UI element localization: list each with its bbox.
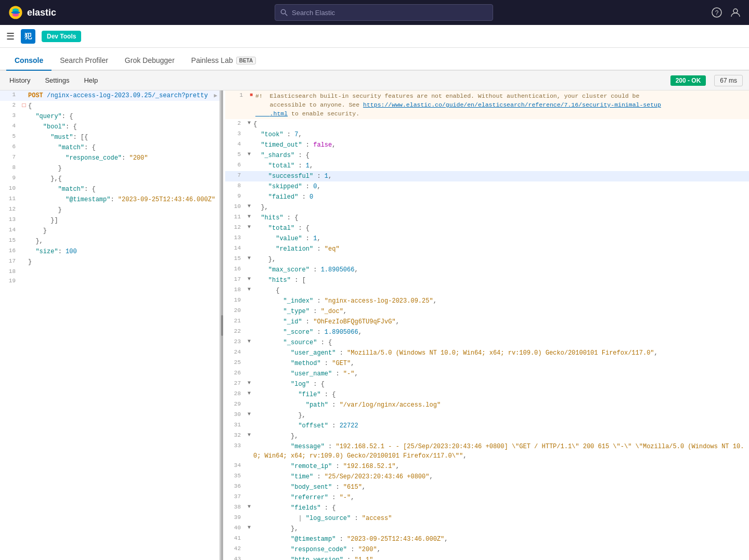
collapse-gutter[interactable]: ▼ (245, 338, 253, 344)
line-content: "took" : 7, (253, 130, 749, 139)
line-content: "@timestamp" : "2023-09-25T12:43:46.000Z… (253, 535, 749, 544)
collapse-gutter (245, 140, 253, 141)
collapse-gutter (20, 112, 28, 112)
line-content: #! Elasticsearch built-in security featu… (255, 92, 749, 118)
line-number: 15 (225, 255, 245, 262)
table-row: 31 "offset" : 22722 (225, 421, 749, 431)
table-row: 10 "match": { (0, 184, 219, 194)
line-number: 39 (225, 514, 245, 520)
collapse-gutter[interactable]: ▼ (245, 151, 253, 157)
collapse-gutter[interactable]: ▼ (245, 120, 253, 126)
line-number: 43 (225, 555, 245, 560)
history-button[interactable]: History (6, 74, 33, 86)
line-number: 24 (225, 348, 245, 355)
line-content: "http_version" : "1.1", (253, 555, 749, 560)
collapse-gutter[interactable]: ▼ (245, 224, 253, 230)
collapse-gutter[interactable]: ▼ (245, 432, 253, 438)
tab-grok-debugger[interactable]: Grok Debugger (117, 51, 183, 71)
table-row: 15 ▼ }, (225, 254, 749, 265)
line-number: 2 (225, 120, 245, 126)
collapse-gutter[interactable]: ▼ (245, 203, 253, 209)
collapse-gutter[interactable]: ▼ (245, 503, 253, 510)
line-content: } (28, 226, 219, 236)
line-content: "user_agent" : "Mozilla/5.0 (Windows NT … (253, 348, 749, 358)
line-number: 34 (225, 462, 245, 468)
right-code-area[interactable]: 1 ■ #! Elasticsearch built-in security f… (221, 90, 749, 560)
resize-handle[interactable] (221, 90, 223, 560)
table-row: 1 ■ #! Elasticsearch built-in security f… (225, 90, 749, 119)
svg-text:?: ? (715, 9, 719, 17)
collapse-gutter[interactable]: ▼ (245, 411, 253, 417)
search-bar[interactable]: Search Elastic (275, 4, 493, 21)
table-row: 7 "successful" : 1, (225, 171, 749, 181)
main-content: 1 POST /nginx-access-log-2023.09.25/_sea… (0, 90, 749, 560)
line-content: "body_sent" : "615", (253, 483, 749, 492)
line-content: "method" : "GET", (253, 359, 749, 368)
line-content: "must": [{ (28, 133, 219, 142)
collapse-gutter[interactable]: ▼ (245, 286, 253, 292)
run-icon[interactable]: ▶ (212, 92, 219, 99)
collapse-gutter[interactable]: ▼ (245, 524, 253, 530)
collapse-gutter[interactable]: ▼ (245, 213, 253, 219)
collapse-gutter (245, 421, 253, 422)
help-nav-icon[interactable]: ? (712, 7, 722, 18)
help-button[interactable]: Help (81, 74, 101, 86)
tab-painless-lab[interactable]: Painless Lab BETA (183, 51, 265, 71)
table-row: 1 POST /nginx-access-log-2023.09.25/_sea… (0, 90, 219, 101)
table-row: 11 "@timestamp": "2023-09-25T12:43:46.00… (0, 194, 219, 205)
line-number: 4 (0, 122, 20, 129)
line-content: "_type" : "_doc", (253, 307, 749, 316)
collapse-gutter (245, 462, 253, 462)
collapse-gutter[interactable]: ▼ (245, 380, 253, 386)
elastic-logo[interactable]: elastic (8, 5, 56, 20)
elastic-logo-icon (8, 5, 23, 20)
tab-console[interactable]: Console (6, 51, 51, 71)
table-row: 24 "user_agent" : "Mozilla/5.0 (Windows … (225, 348, 749, 358)
collapse-gutter[interactable]: ▼ (245, 276, 253, 282)
search-bar-container: Search Elastic (62, 4, 705, 21)
line-content: "remote_ip" : "192.168.52.1", (253, 462, 749, 471)
user-nav-icon[interactable] (730, 7, 741, 18)
collapse-gutter[interactable]: ▼ (245, 390, 253, 396)
line-content: "successful" : 1, (253, 172, 749, 181)
table-row: 10 ▼ }, (225, 202, 749, 213)
line-number: 8 (0, 164, 20, 171)
line-number: 10 (225, 203, 245, 210)
table-row: 13 "value" : 1, (225, 233, 749, 244)
table-row: 11 ▼ "hits" : { (225, 213, 749, 223)
table-row: 25 "method" : "GET", (225, 358, 749, 369)
table-row: 4 "bool": { (0, 122, 219, 132)
collapse-gutter[interactable]: □ (20, 101, 28, 109)
line-number: 6 (225, 161, 245, 168)
collapse-gutter (20, 216, 28, 216)
settings-button[interactable]: Settings (42, 74, 72, 86)
menu-toggle[interactable]: ☰ (6, 31, 15, 42)
line-number: 13 (0, 216, 20, 223)
collapse-gutter (245, 130, 253, 131)
line-number: 11 (0, 195, 20, 202)
table-row: 2 □ { (0, 101, 219, 111)
table-row: 15 }, (0, 236, 219, 246)
line-content: | "log_source" : "access" (253, 514, 749, 523)
collapse-gutter[interactable]: ▼ (245, 255, 253, 261)
line-content: "response_code" : "200", (253, 545, 749, 554)
collapse-gutter (245, 493, 253, 493)
left-code-area[interactable]: 1 POST /nginx-access-log-2023.09.25/_sea… (0, 90, 219, 560)
table-row: 19 "_index" : "nginx-access-log-2023.09.… (225, 296, 749, 306)
line-number: 40 (225, 524, 245, 531)
line-number: 36 (225, 483, 245, 489)
collapse-gutter (245, 514, 253, 514)
line-content: "total" : 1, (253, 161, 749, 171)
line-number: 17 (0, 257, 20, 264)
line-content: "time" : "25/Sep/2023:20:43:46 +0800", (253, 472, 749, 481)
toolbar: History Settings Help 200 - OK 67 ms (0, 71, 749, 90)
line-number: 12 (0, 205, 20, 212)
collapse-gutter (20, 91, 28, 92)
table-row: 6 "match": { (0, 142, 219, 153)
line-number: 23 (225, 338, 245, 345)
dev-tools-button[interactable]: Dev Tools (42, 31, 81, 42)
line-content: POST /nginx-access-log-2023.09.25/_searc… (28, 91, 212, 100)
collapse-gutter (20, 247, 28, 248)
tab-search-profiler[interactable]: Search Profiler (51, 51, 117, 71)
collapse-gutter (20, 122, 28, 123)
